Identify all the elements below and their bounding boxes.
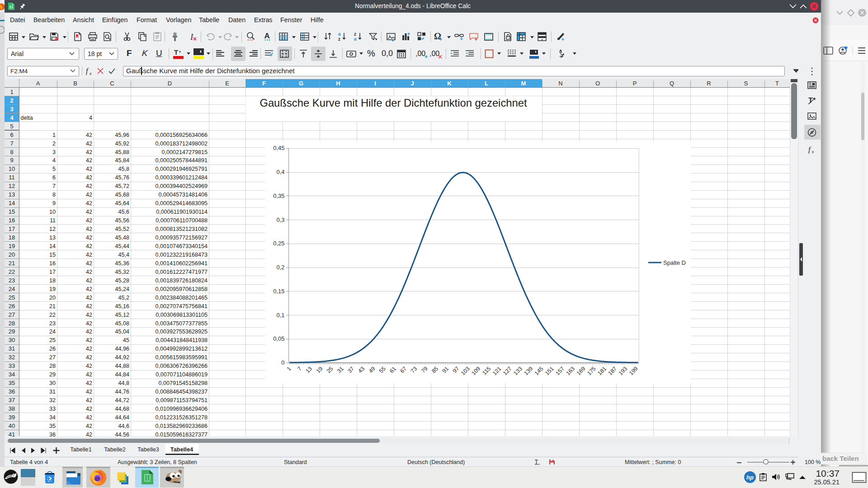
svg-text:G: G — [299, 80, 303, 87]
svg-text:0,003927553628925: 0,003927553628925 — [155, 328, 208, 335]
svg-text:L: L — [485, 80, 488, 87]
svg-text:I: I — [374, 80, 376, 87]
svg-text:K: K — [447, 80, 452, 87]
svg-text:42: 42 — [86, 312, 92, 318]
svg-text:42: 42 — [86, 200, 92, 206]
svg-text:45,12: 45,12 — [115, 312, 129, 318]
svg-text:3: 3 — [52, 149, 56, 155]
svg-text:42: 42 — [86, 328, 92, 335]
svg-text:delta: delta — [21, 115, 33, 121]
svg-text:4: 4 — [52, 157, 56, 164]
svg-text:42: 42 — [86, 389, 92, 395]
svg-text:42: 42 — [86, 209, 92, 215]
svg-text:H: H — [336, 80, 340, 87]
svg-text:M: M — [521, 80, 526, 87]
svg-text:26: 26 — [49, 346, 56, 352]
svg-text:A: A — [36, 80, 40, 87]
svg-text:0,001232219168473: 0,001232219168473 — [155, 252, 208, 258]
svg-text:0,25: 0,25 — [273, 240, 284, 247]
svg-text:45,92: 45,92 — [115, 141, 129, 147]
svg-text:45,08: 45,08 — [115, 320, 129, 327]
svg-text:42: 42 — [86, 371, 92, 378]
svg-text:42: 42 — [86, 337, 92, 343]
svg-text:42: 42 — [86, 286, 92, 292]
svg-text:45,24: 45,24 — [115, 286, 129, 292]
svg-text:24: 24 — [9, 286, 15, 292]
svg-text:38: 38 — [9, 405, 15, 412]
svg-text:9: 9 — [52, 200, 56, 206]
svg-text:45,64: 45,64 — [115, 200, 129, 206]
svg-text:E: E — [225, 80, 229, 87]
svg-text:0,4: 0,4 — [277, 169, 285, 175]
svg-text:0,1: 0,1 — [277, 311, 285, 318]
svg-text:35: 35 — [9, 380, 15, 386]
svg-text:0,003069813301105: 0,003069813301105 — [156, 312, 208, 318]
svg-text:44,96: 44,96 — [115, 346, 129, 352]
svg-text:42: 42 — [86, 303, 92, 310]
svg-text:14: 14 — [49, 243, 56, 249]
svg-text:0,010996936629406: 0,010996936629406 — [155, 406, 208, 412]
svg-text:0,008846454398237: 0,008846454398237 — [155, 389, 208, 395]
svg-text:42: 42 — [86, 174, 92, 181]
svg-text:2: 2 — [52, 141, 56, 147]
svg-text:0,000291946925791: 0,000291946925791 — [155, 166, 208, 172]
svg-text:29: 29 — [9, 328, 15, 335]
svg-text:22: 22 — [49, 312, 56, 318]
svg-text:0,000183712498002: 0,000183712498002 — [155, 141, 208, 147]
svg-text:45,04: 45,04 — [115, 328, 129, 335]
svg-text:42: 42 — [86, 423, 92, 429]
svg-text:0,001074673340154: 0,001074673340154 — [155, 243, 208, 249]
svg-text:33: 33 — [9, 362, 15, 369]
svg-text:0,00045731481406: 0,00045731481406 — [158, 192, 208, 198]
svg-text:T: T — [775, 80, 779, 87]
svg-text:45,16: 45,16 — [115, 303, 129, 310]
svg-text:3: 3 — [10, 106, 13, 113]
svg-text:10: 10 — [9, 165, 15, 172]
svg-text:0,001839726180824: 0,001839726180824 — [155, 277, 208, 284]
svg-text:0,009871153794751: 0,009871153794751 — [156, 397, 208, 404]
svg-text:23: 23 — [9, 277, 15, 284]
svg-text:1: 1 — [10, 89, 13, 95]
svg-text:17: 17 — [49, 269, 56, 275]
svg-text:40: 40 — [9, 422, 15, 429]
svg-text:30: 30 — [49, 380, 56, 386]
svg-text:44,84: 44,84 — [115, 371, 129, 378]
svg-text:4: 4 — [10, 114, 14, 121]
svg-text:28: 28 — [9, 320, 15, 327]
svg-text:F: F — [262, 80, 266, 87]
svg-text:44,88: 44,88 — [115, 363, 129, 369]
svg-text:45,36: 45,36 — [115, 260, 129, 267]
svg-text:45,2: 45,2 — [118, 295, 129, 301]
svg-text:21: 21 — [9, 260, 15, 267]
svg-text:14: 14 — [9, 200, 15, 206]
svg-text:42: 42 — [86, 295, 92, 301]
svg-text:8: 8 — [10, 149, 13, 155]
svg-text:0,000156925634066: 0,000156925634066 — [155, 132, 208, 138]
svg-text:44,6: 44,6 — [118, 423, 129, 429]
svg-text:1: 1 — [52, 132, 56, 138]
svg-text:16: 16 — [9, 217, 15, 224]
svg-text:12: 12 — [49, 226, 56, 232]
svg-text:36: 36 — [9, 388, 15, 395]
svg-text:16: 16 — [49, 260, 56, 267]
svg-text:0,000611901930114: 0,000611901930114 — [156, 209, 208, 215]
svg-text:45,76: 45,76 — [115, 174, 129, 181]
svg-text:27: 27 — [9, 311, 15, 318]
svg-text:32: 32 — [9, 354, 15, 361]
svg-text:44,76: 44,76 — [115, 389, 129, 395]
svg-text:42: 42 — [86, 132, 92, 138]
svg-text:0,004992899213612: 0,004992899213612 — [155, 346, 208, 352]
svg-text:42: 42 — [86, 183, 92, 189]
svg-text:44,72: 44,72 — [115, 397, 129, 404]
svg-text:42: 42 — [86, 406, 92, 412]
svg-text:42: 42 — [86, 243, 92, 249]
svg-text:45,68: 45,68 — [115, 192, 129, 198]
svg-text:0,005615983595991: 0,005615983595991 — [155, 354, 208, 361]
svg-text:45,44: 45,44 — [115, 243, 129, 249]
svg-text:0,15: 0,15 — [273, 287, 284, 294]
svg-text:D: D — [168, 80, 172, 87]
svg-text:x: x — [812, 149, 814, 154]
svg-text:f: f — [808, 145, 811, 154]
svg-text:0,05: 0,05 — [273, 335, 284, 342]
svg-text:42: 42 — [86, 235, 92, 241]
